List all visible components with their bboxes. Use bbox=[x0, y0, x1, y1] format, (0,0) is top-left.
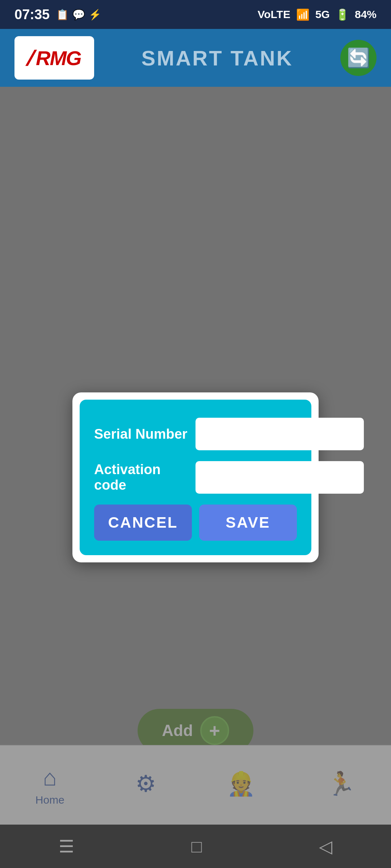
battery-icon: 🔋 bbox=[336, 8, 349, 21]
activation-code-row: Activation code bbox=[94, 461, 297, 494]
cancel-button[interactable]: CANCEL bbox=[94, 505, 192, 541]
rmg-text: RMG bbox=[36, 46, 81, 70]
battery-level: 84% bbox=[355, 8, 377, 21]
clipboard-icon: 📋 bbox=[56, 9, 69, 21]
refresh-button[interactable]: 🔄 bbox=[340, 40, 377, 76]
main-area: Serial Number Activation code CANCEL SAV… bbox=[0, 87, 391, 868]
app-title: SMART TANK bbox=[94, 46, 340, 70]
status-icons: 📋 💬 ⚡ bbox=[56, 9, 101, 21]
refresh-icon: 🔄 bbox=[347, 47, 370, 69]
dialog-container: Serial Number Activation code CANCEL SAV… bbox=[72, 392, 319, 562]
status-bar: 07:35 📋 💬 ⚡ VoLTE 📶 5G 🔋 84% bbox=[0, 0, 391, 29]
signal-icon: 📶 bbox=[296, 8, 310, 21]
status-left: 07:35 📋 💬 ⚡ bbox=[14, 7, 101, 22]
dialog-inner: Serial Number Activation code CANCEL SAV… bbox=[80, 400, 311, 555]
serial-number-label: Serial Number bbox=[94, 426, 188, 442]
activation-code-label: Activation code bbox=[94, 462, 188, 493]
status-time: 07:35 bbox=[14, 7, 50, 22]
dialog-buttons: CANCEL SAVE bbox=[94, 505, 297, 541]
serial-number-row: Serial Number bbox=[94, 418, 297, 450]
whatsapp-icon: 💬 bbox=[72, 9, 85, 21]
save-button[interactable]: SAVE bbox=[199, 505, 297, 541]
status-right: VoLTE 📶 5G 🔋 84% bbox=[257, 8, 377, 21]
rmg-logo: / RMG bbox=[14, 36, 94, 80]
dialog-overlay: Serial Number Activation code CANCEL SAV… bbox=[0, 87, 391, 868]
5g-icon: 5G bbox=[315, 8, 330, 21]
extra-icon: ⚡ bbox=[89, 9, 101, 21]
activation-code-input[interactable] bbox=[196, 461, 364, 494]
app-header: / RMG SMART TANK 🔄 bbox=[0, 29, 391, 87]
serial-number-input[interactable] bbox=[196, 418, 364, 450]
network-icon: VoLTE bbox=[257, 8, 290, 21]
rmg-slash: / bbox=[25, 46, 36, 71]
